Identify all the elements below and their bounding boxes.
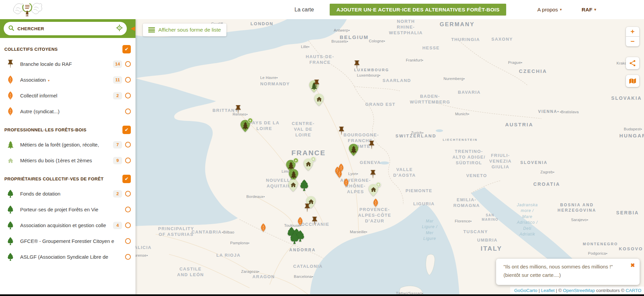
map-attribution: GoGoCarto | Leaflet | © OpenStreetMap co… [510,287,644,294]
marker-branche-raf-pushpin[interactable] [368,140,376,150]
marker-wood-trades-house-pin[interactable]: + [303,158,314,171]
filter-option-row[interactable]: Branche locale du RAF 14 [0,56,136,72]
share-button[interactable] [626,57,639,69]
pushpin-icon [6,59,14,69]
option-only-radio[interactable] [125,109,131,114]
option-only-radio[interactable] [125,142,131,147]
filter-option-row[interactable]: ASLGF (Association Syndicale Libre de [0,249,136,265]
nav-a-propos[interactable]: A propos▾ [537,0,562,19]
raf-logo[interactable] [11,0,44,19]
filter-option-label: Porteur·ses de projet Forêts en Vie [20,207,125,212]
bushy-tree-icon [299,179,310,191]
filter-option-row[interactable]: GFCE® - Groupement Forestier Citoyen e [0,233,136,249]
show-as-list-button[interactable]: Afficher sous forme de liste [143,24,226,36]
attribution-link[interactable]: GoGoCarto [514,288,537,293]
marker-wood-trades-house-pin[interactable]: + [368,184,379,197]
attribution-link[interactable]: OpenStreetMap [563,288,595,293]
user-menu[interactable]: RAF▾ [582,0,596,19]
marker-forest-owner-tree[interactable] [299,179,310,191]
marker-collective-leaf[interactable] [297,217,304,226]
marker-collective-leaf[interactable] [260,223,267,232]
option-only-radio[interactable] [125,61,131,67]
marker-branche-raf-pushpin[interactable] [337,126,345,136]
filter-option-row[interactable]: Fonds de dotation 2 [0,186,136,202]
map-canvas[interactable]: LONDONCardiff•NORTH RHINE- WESTPHALIAAnt… [136,19,644,296]
house-icon [306,161,311,167]
attribution-link[interactable]: Leaflet [541,288,555,293]
bushy-tree-icon [7,253,14,261]
attribution-text: contributors © [595,288,626,293]
marker-branche-raf-pushpin[interactable] [303,203,311,213]
pushpin-icon [369,170,377,179]
list-icon [148,27,155,33]
house-icon [8,158,13,163]
option-only-radio[interactable] [125,77,131,83]
filter-option-row[interactable]: Autre (syndicat...) [0,103,136,119]
attribution-link[interactable]: CARTO [626,288,641,293]
marker-forest-professional-pin[interactable]: + [240,120,251,132]
filter-option-row[interactable]: Collectif informel 2 [0,88,136,103]
filter-option-row[interactable]: Association acquisition et gestion colle… [0,217,136,233]
leaf-icon [260,223,267,232]
nav-la-carte[interactable]: La carte [294,0,314,19]
option-only-radio[interactable] [125,254,131,260]
option-only-radio[interactable] [125,191,131,197]
search-icon [8,25,14,32]
option-only-radio[interactable] [125,207,131,212]
search-box[interactable] [4,22,127,35]
marker-branche-raf-pushpin[interactable] [313,79,321,89]
add-actor-button[interactable]: AJOUTER UN·E ACTEUR·ICE DES ALTERNATIVES… [330,4,506,15]
marker-forest-owner-tree[interactable] [289,232,300,244]
category-checkbox-checked[interactable]: ✔ [122,126,131,134]
option-only-radio[interactable] [125,222,131,228]
bushy-tree-icon [289,232,300,244]
category-header: PROPRIÉTAIRES COLLECTIF·VES DE FORÊT ✔ [0,172,136,186]
leaf-icon [297,217,304,226]
locate-icon[interactable] [116,25,123,33]
pushpin-icon [234,105,242,114]
attribution-text: | © [554,288,563,293]
bushy-tree-icon [7,221,14,229]
marker-branche-raf-pushpin[interactable] [311,216,319,226]
chevron-down-icon[interactable]: ▾ [48,79,50,82]
category-header: COLLECTIFS CITOYENS ✔ [0,42,136,56]
filter-option-row[interactable]: Métiers de la forêt (gestion, récolte, 7 [0,137,136,153]
marker-branche-raf-pushpin[interactable] [369,170,377,179]
pine-tree-icon [290,171,297,179]
result-count-badge: 9 [113,157,122,164]
option-only-radio[interactable] [125,158,131,163]
zoom-out-button[interactable]: − [626,37,639,46]
marker-collective-leaf[interactable] [372,198,379,207]
result-count-badge: 11 [113,76,122,84]
filter-option-row[interactable]: Métiers du bois (1ères et 2èmes 9 [0,153,136,168]
filter-option-row[interactable]: Association▾ 11 [0,72,136,88]
pushpin-icon [368,140,376,150]
chevron-down-icon: ▾ [560,7,562,12]
pushpin-icon [313,79,321,89]
bushy-tree-icon [7,189,14,198]
folded-map-icon [629,78,636,84]
marker-forest-professional-pin[interactable] [348,143,359,156]
filter-option-label: Métiers de la forêt (gestion, récolte, [20,142,113,147]
search-input[interactable] [17,26,116,31]
result-count-badge: 14 [113,60,122,68]
marker-wood-trades-house-pin[interactable] [314,93,324,106]
option-only-radio[interactable] [125,93,131,98]
category-checkbox-checked[interactable]: ✔ [122,175,131,183]
option-only-radio[interactable] [125,238,131,244]
marker-wood-trades-house-pin[interactable] [288,179,299,192]
pushpin-icon [311,216,319,226]
attribution-text: | [537,288,541,293]
close-icon[interactable]: ✖ [631,262,635,268]
filter-option-row[interactable]: Porteur·ses de projet Forêts en Vie [0,202,136,217]
filter-option-label: Association acquisition et gestion colle [20,222,113,228]
marker-branche-raf-pushpin[interactable] [353,60,361,70]
category-checkbox-checked[interactable]: ✔ [122,45,131,53]
leaf-icon [7,107,14,116]
map-layers-button[interactable] [626,75,639,87]
marker-collective-leaf[interactable] [336,169,343,178]
marker-collective-leaf[interactable] [343,178,350,187]
zoom-in-button[interactable]: + [626,27,639,37]
marker-branche-raf-pushpin[interactable] [234,105,242,114]
collapse-sidebar-icon[interactable]: ◀ [130,25,135,32]
